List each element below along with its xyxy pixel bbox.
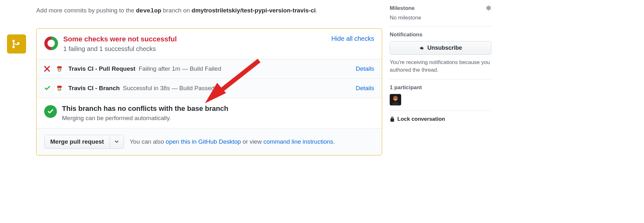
success-badge-icon bbox=[44, 105, 57, 118]
command-line-link[interactable]: command line instructions bbox=[264, 138, 333, 145]
merge-timeline-badge bbox=[7, 34, 26, 54]
merge-text-prefix: You can also bbox=[130, 138, 166, 145]
sidebar: Milestone No milestone Notifications Uns… bbox=[390, 0, 491, 127]
check-row: Travis CI - Branch Successful in 38s — B… bbox=[37, 78, 382, 98]
svg-rect-3 bbox=[57, 66, 62, 68]
unsubscribe-button[interactable]: Unsubscribe bbox=[390, 41, 491, 55]
check-status: Failing after 1m — Build Failed bbox=[139, 65, 221, 72]
svg-point-11 bbox=[60, 89, 61, 90]
gear-icon[interactable] bbox=[486, 5, 491, 12]
push-hint-mid: branch on bbox=[161, 7, 191, 14]
notifications-header: Notifications bbox=[390, 32, 491, 38]
svg-point-10 bbox=[58, 89, 59, 90]
participants-header: 1 participant bbox=[390, 84, 491, 91]
milestone-value: No milestone bbox=[390, 15, 491, 21]
caret-down-icon bbox=[115, 140, 119, 143]
push-hint-branch: develop bbox=[136, 7, 161, 14]
merge-action-row: Merge pull request You can also open thi… bbox=[37, 128, 382, 155]
merge-pull-request-button[interactable]: Merge pull request bbox=[44, 135, 110, 149]
check-details-link[interactable]: Details bbox=[356, 65, 374, 72]
merge-status-card: Some checks were not successful 1 failin… bbox=[36, 28, 382, 155]
merge-method-dropdown[interactable] bbox=[110, 135, 124, 149]
merge-text-mid: or view bbox=[241, 138, 264, 145]
check-details-link[interactable]: Details bbox=[356, 85, 374, 92]
mute-icon bbox=[419, 45, 425, 51]
sidebar-participants: 1 participant bbox=[390, 79, 491, 111]
checks-summary-subtitle: 1 failing and 1 successful checks bbox=[63, 45, 177, 53]
checks-summary: Some checks were not successful 1 failin… bbox=[37, 29, 382, 59]
check-name: Travis CI - Pull Request bbox=[68, 65, 135, 72]
notifications-note: You're receiving notifications because y… bbox=[390, 59, 491, 74]
x-icon bbox=[44, 66, 55, 72]
merge-text-suffix: . bbox=[333, 138, 335, 145]
svg-point-5 bbox=[58, 69, 59, 70]
git-merge-icon bbox=[12, 39, 21, 49]
check-name: Travis CI - Branch bbox=[68, 85, 120, 92]
check-icon bbox=[44, 85, 55, 91]
sidebar-notifications: Notifications Unsubscribe You're receivi… bbox=[390, 26, 491, 79]
sidebar-lock: Lock conversation bbox=[390, 111, 491, 127]
conflict-subtitle: Merging can be performed automatically. bbox=[62, 115, 228, 122]
participant-avatar[interactable] bbox=[390, 94, 401, 105]
svg-rect-4 bbox=[57, 68, 62, 71]
push-hint-suffix: . bbox=[316, 7, 317, 14]
push-hint: Add more commits by pushing to the devel… bbox=[36, 7, 382, 14]
lock-icon bbox=[390, 116, 395, 122]
travis-avatar-icon bbox=[55, 64, 64, 73]
svg-rect-9 bbox=[57, 88, 62, 90]
svg-point-6 bbox=[60, 69, 61, 70]
unsubscribe-label: Unsubscribe bbox=[427, 45, 462, 51]
milestone-header: Milestone bbox=[390, 5, 491, 11]
svg-rect-8 bbox=[57, 86, 62, 88]
hide-checks-link[interactable]: Hide all checks bbox=[331, 35, 374, 42]
open-desktop-link[interactable]: open this in GitHub Desktop bbox=[166, 138, 241, 145]
checks-summary-title: Some checks were not successful bbox=[63, 35, 177, 43]
push-hint-prefix: Add more commits by pushing to the bbox=[36, 7, 136, 14]
travis-avatar-icon bbox=[55, 84, 64, 93]
lock-label: Lock conversation bbox=[397, 116, 445, 122]
lock-conversation-link[interactable]: Lock conversation bbox=[390, 116, 491, 122]
merge-help-text: You can also open this in GitHub Desktop… bbox=[130, 138, 335, 145]
conflict-title: This branch has no conflicts with the ba… bbox=[62, 104, 228, 113]
check-status: Successful in 38s — Build Passed bbox=[123, 85, 215, 92]
check-row: Travis CI - Pull Request Failing after 1… bbox=[37, 59, 382, 78]
push-hint-repo: dmytrostriletskiy/test-pypi-version-trav… bbox=[192, 7, 316, 14]
status-donut-icon bbox=[44, 36, 58, 50]
merge-conflict-status: This branch has no conflicts with the ba… bbox=[37, 98, 382, 128]
sidebar-milestone: Milestone No milestone bbox=[390, 0, 491, 26]
